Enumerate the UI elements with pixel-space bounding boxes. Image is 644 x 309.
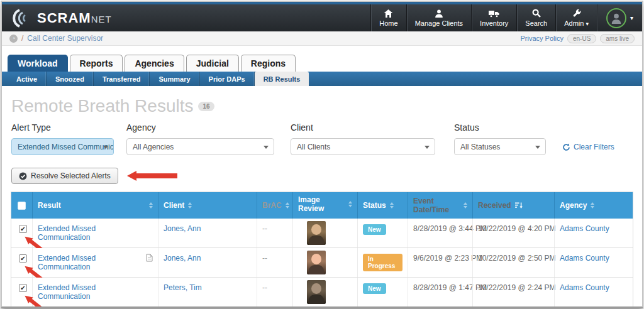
user-avatar-icon: [606, 8, 626, 28]
header-brac[interactable]: BrAC: [257, 192, 292, 219]
sort-icon: [348, 199, 352, 209]
breadcrumb-home-icon[interactable]: ◔: [9, 35, 18, 43]
sort-icon: [464, 200, 467, 210]
avatar-caret-icon: ▾: [630, 14, 633, 21]
client-photo-thumbnail[interactable]: [307, 280, 326, 304]
scramnet-logo: SCRAMNET: [2, 4, 112, 31]
header-received[interactable]: Received: [472, 192, 554, 219]
tab-judicial[interactable]: Judicial: [186, 55, 239, 72]
privacy-policy-link[interactable]: Privacy Policy: [520, 35, 563, 42]
nav-item-manage-clients[interactable]: Manage Clients: [406, 4, 471, 31]
brac-value: --: [262, 283, 267, 292]
resolve-selected-alerts-button[interactable]: Resolve Selected Alerts: [11, 168, 118, 184]
table-row: ✔ Extended Missed Communication Peters, …: [11, 278, 633, 307]
received-datetime: 10/22/2019 @ 2:50 PM: [478, 254, 556, 263]
client-select[interactable]: All Clients: [291, 138, 435, 155]
row-checkbox[interactable]: ✔: [19, 284, 27, 292]
tab-regions[interactable]: Regions: [241, 55, 296, 72]
breadcrumb: ◔ / Call Center Supervisor: [9, 34, 103, 43]
tabs-zone: Workload Reports Agencies Judicial Regio…: [2, 55, 642, 86]
check-circle-icon: [19, 172, 27, 180]
breadcrumb-bar: ◔ / Call Center Supervisor Privacy Polic…: [2, 31, 642, 46]
client-link[interactable]: Jones, Ann: [164, 224, 201, 233]
header-result[interactable]: Result: [32, 192, 158, 219]
clients-icon: [435, 9, 443, 18]
client-photo-thumbnail[interactable]: [307, 221, 326, 245]
subtab-active[interactable]: Active: [8, 72, 47, 86]
tab-agencies[interactable]: Agencies: [125, 55, 184, 72]
sort-icon: [390, 200, 394, 210]
select-all-header[interactable]: [11, 192, 32, 219]
brac-value: --: [262, 224, 267, 233]
header-event-datetime[interactable]: Event Date/Time: [408, 192, 472, 219]
row-checkbox[interactable]: ✔: [19, 225, 27, 233]
sort-icon: [286, 200, 289, 210]
nav-item-home[interactable]: Home: [370, 4, 406, 31]
nav-item-admin[interactable]: Admin ▾: [555, 4, 597, 31]
admin-caret-icon: ▾: [586, 21, 589, 27]
search-icon: [532, 9, 541, 18]
action-row: Resolve Selected Alerts: [11, 168, 633, 184]
agency-link[interactable]: Adams County: [560, 224, 609, 233]
client-label: Client: [291, 122, 435, 133]
breadcrumb-current-link[interactable]: Call Center Supervisor: [27, 34, 103, 43]
nav-item-search[interactable]: Search: [516, 4, 555, 31]
alert-type-label: Alert Type: [11, 122, 114, 133]
breadcrumb-separator: /: [21, 34, 23, 43]
agency-select[interactable]: All Agencies: [126, 138, 274, 155]
environment-badge: ams live: [600, 34, 635, 43]
header-agency[interactable]: Agency: [554, 192, 633, 219]
home-icon: [384, 9, 393, 18]
sort-icon: [591, 200, 594, 210]
filter-client: Client All Clients: [291, 122, 435, 155]
result-link[interactable]: Extended Missed Communication: [38, 283, 143, 301]
note-document-icon[interactable]: [146, 254, 153, 264]
status-badge: New: [363, 283, 386, 294]
subtab-rb-results[interactable]: RB Results: [255, 72, 309, 86]
row-checkbox[interactable]: ✔: [19, 254, 27, 263]
result-link[interactable]: Extended Missed Communication: [38, 224, 143, 242]
meta-links: Privacy Policy en-US ams live: [520, 34, 635, 43]
subtab-prior-daps[interactable]: Prior DAPs: [200, 72, 255, 86]
nav-item-inventory[interactable]: Inventory: [471, 4, 516, 31]
main-navbar: SCRAMNET Home Manage Clients Inventory S…: [2, 4, 642, 31]
agency-link[interactable]: Adams County: [560, 254, 609, 263]
header-status[interactable]: Status: [357, 192, 408, 219]
status-label: Status: [454, 122, 546, 133]
subtab-transferred[interactable]: Transferred: [94, 72, 150, 86]
table-row: ✔ Extended Missed Communication Adams, F…: [11, 307, 633, 308]
filter-status: Status All Statuses: [454, 122, 546, 155]
alert-type-select[interactable]: Extended Missed Communication: [11, 138, 114, 155]
admin-wrench-icon: [572, 9, 581, 18]
tab-reports[interactable]: Reports: [70, 55, 123, 72]
tab-workload[interactable]: Workload: [8, 55, 68, 72]
subtab-summary[interactable]: Summary: [150, 72, 199, 86]
header-client[interactable]: Client: [158, 192, 257, 219]
filters-row: Alert Type Extended Missed Communication…: [11, 122, 633, 155]
brac-value: --: [262, 254, 267, 263]
results-count-badge: 16: [198, 102, 214, 111]
table-header-row: Result Client BrAC Image Review Status E…: [11, 192, 633, 219]
subtab-snoozed[interactable]: Snoozed: [47, 72, 94, 86]
filter-agency: Agency All Agencies: [126, 122, 274, 155]
received-datetime: 10/22/2019 @ 2:24 PM: [478, 283, 556, 292]
results-table: Result Client BrAC Image Review Status E…: [11, 192, 633, 308]
sort-icon: [149, 200, 153, 210]
clear-filters-link[interactable]: Clear Filters: [562, 143, 614, 151]
client-photo-thumbnail[interactable]: [307, 251, 326, 274]
logo-text: SCRAMNET: [37, 10, 112, 26]
header-image-review[interactable]: Image Review: [292, 192, 357, 219]
user-menu[interactable]: ▾: [597, 4, 642, 31]
client-link[interactable]: Jones, Ann: [164, 254, 201, 263]
status-select[interactable]: All Statuses: [454, 138, 546, 155]
filter-alert-type: Alert Type Extended Missed Communication: [11, 122, 114, 155]
locale-badge[interactable]: en-US: [567, 34, 596, 43]
sort-descending-icon: [515, 202, 523, 209]
annotation-arrow-button: [127, 171, 177, 181]
agency-link[interactable]: Adams County: [560, 283, 609, 292]
client-link[interactable]: Peters, Tim: [164, 283, 202, 292]
logo-wave-icon: [11, 8, 32, 29]
status-badge: In Progress: [363, 254, 402, 271]
select-all-checkbox[interactable]: [18, 202, 26, 210]
result-link[interactable]: Extended Missed Communication: [38, 254, 143, 271]
